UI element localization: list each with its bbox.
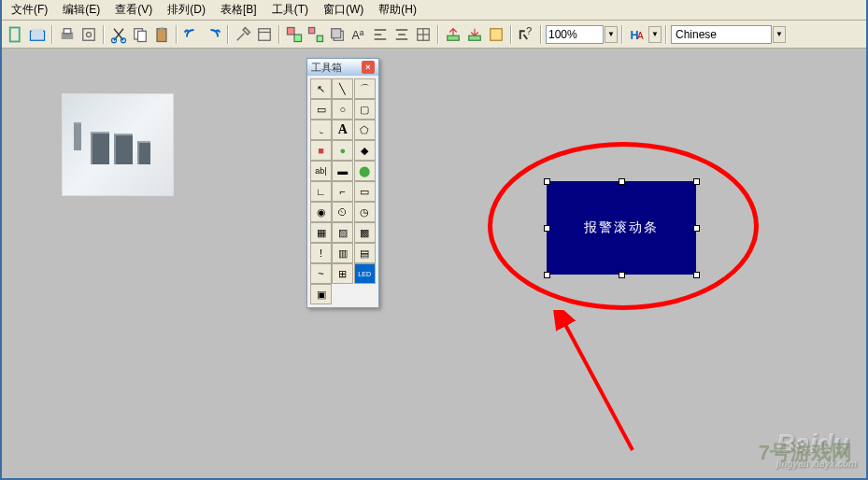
copy-button[interactable] (130, 24, 150, 45)
tool-line[interactable]: ╲ (332, 78, 353, 99)
upload-button[interactable] (443, 24, 463, 45)
svg-rect-15 (288, 27, 295, 35)
tool-angle[interactable]: ∟ (310, 181, 332, 202)
menu-view[interactable]: 查看(V) (107, 0, 160, 20)
tool-ellipse[interactable]: ○ (332, 99, 353, 120)
compile-button[interactable] (486, 24, 506, 45)
help-button[interactable]: ? (516, 24, 536, 45)
zoom-value: 100% (548, 28, 577, 41)
thumbnail-image[interactable] (62, 93, 174, 196)
properties-button[interactable] (254, 24, 275, 45)
tool-edit-text[interactable]: ab| (310, 161, 332, 181)
menu-edit[interactable]: 编辑(E) (55, 0, 107, 20)
selection-handle[interactable] (619, 178, 625, 185)
menu-file[interactable]: 文件(F) (4, 0, 55, 20)
tool-text[interactable]: A (332, 120, 353, 140)
selection-handle[interactable] (619, 272, 625, 278)
label-button[interactable]: Aª (349, 24, 369, 45)
menubar: 文件(F) 编辑(E) 查看(V) 排列(D) 表格[B] 工具(T) 窗口(W… (2, 0, 866, 21)
download-button[interactable] (464, 24, 485, 45)
zoom-input[interactable]: 100% (546, 25, 604, 44)
svg-rect-33 (491, 28, 503, 40)
language-dropdown[interactable]: ▼ (773, 26, 786, 43)
selection-handle[interactable] (544, 225, 550, 232)
open-button[interactable] (27, 24, 48, 45)
tool-pattern[interactable]: ▩ (354, 222, 376, 243)
group-button[interactable] (284, 24, 305, 45)
cut-button[interactable] (108, 24, 129, 45)
tool-chart[interactable]: ▤ (354, 243, 376, 263)
zoom-dropdown[interactable]: ▼ (605, 26, 618, 43)
close-icon[interactable]: × (362, 61, 375, 74)
canvas[interactable]: 工具箱 × ↖╲⌒▭○▢⦦A⬠■●◆ab|▬⬤∟⌐▭◉⏲◷▦▨▩!▥▤~⊞LED… (2, 49, 866, 478)
font-button[interactable]: HA (627, 24, 647, 45)
menu-help[interactable]: 帮助(H) (371, 0, 424, 20)
print-button[interactable] (57, 24, 78, 45)
tool-polygon[interactable]: ⬠ (354, 120, 376, 140)
toolbox-title[interactable]: 工具箱 × (307, 59, 378, 76)
new-button[interactable] (6, 24, 26, 45)
selection-handle[interactable] (544, 178, 550, 185)
tool-pointer[interactable]: ↖ (310, 78, 332, 99)
alarm-scroll-component[interactable]: 报警滚动条 (547, 181, 696, 275)
tool-arc[interactable]: ⌒ (354, 78, 376, 99)
svg-text:?: ? (526, 25, 532, 36)
svg-line-37 (562, 319, 633, 450)
tool-meter[interactable]: ◉ (310, 202, 332, 222)
svg-rect-31 (448, 35, 460, 40)
grid-button[interactable] (413, 24, 434, 45)
paste-button[interactable] (151, 24, 172, 45)
svg-rect-12 (160, 27, 164, 30)
tool-hatch[interactable]: ▨ (332, 222, 353, 243)
watermark-right: 7号游戏网 (759, 439, 852, 467)
tool-curve[interactable]: ⌐ (332, 181, 353, 202)
selection-handle[interactable] (693, 272, 700, 278)
tool-indicator[interactable]: ⬤ (354, 161, 376, 181)
tool-history[interactable]: ⊞ (332, 263, 353, 284)
undo-button[interactable] (181, 24, 202, 45)
tool-filled-shape[interactable]: ◆ (354, 140, 376, 161)
tool-filled-ellipse[interactable]: ● (332, 140, 353, 161)
align-left-button[interactable] (370, 24, 391, 45)
tool-table[interactable]: ▥ (332, 243, 353, 263)
tools-button[interactable] (233, 24, 253, 45)
tool-grid[interactable]: ▦ (310, 222, 332, 243)
preview-button[interactable] (78, 24, 99, 45)
toolbox-panel[interactable]: 工具箱 × ↖╲⌒▭○▢⦦A⬠■●◆ab|▬⬤∟⌐▭◉⏲◷▦▨▩!▥▤~⊞LED… (306, 58, 379, 308)
selection-handle[interactable] (693, 225, 700, 232)
menu-tools[interactable]: 工具(T) (264, 0, 316, 20)
svg-rect-17 (309, 27, 315, 33)
svg-rect-2 (32, 28, 44, 38)
ungroup-button[interactable] (306, 24, 326, 45)
tool-dial[interactable]: ◷ (354, 202, 376, 222)
tool-filled-rect[interactable]: ■ (310, 140, 332, 161)
svg-text:Aª: Aª (352, 29, 364, 42)
menu-window[interactable]: 窗口(W) (316, 0, 371, 20)
tool-trend[interactable]: ~ (310, 263, 332, 284)
tool-color-bar[interactable]: ▬ (332, 161, 353, 181)
align-center-button[interactable] (391, 24, 412, 45)
menu-arrange[interactable]: 排列(D) (160, 0, 213, 20)
tool-button[interactable]: ▭ (354, 181, 376, 202)
tool-polyline[interactable]: ⦦ (310, 120, 332, 140)
font-dropdown[interactable]: ▼ (648, 26, 662, 43)
toolbar: Aª ? 100% ▼ HA ▼ Chinese ▼ (2, 21, 866, 49)
tool-alarm[interactable]: ! (310, 243, 332, 263)
language-select[interactable]: Chinese (671, 25, 772, 44)
tool-led[interactable]: LED (354, 263, 376, 284)
selection-handle[interactable] (693, 178, 700, 185)
svg-text:A: A (637, 31, 644, 41)
front-button[interactable] (327, 24, 348, 45)
svg-rect-18 (317, 35, 322, 41)
tool-image[interactable]: ▣ (310, 284, 332, 304)
tool-clock[interactable]: ⏲ (332, 202, 353, 222)
annotation-arrow (539, 310, 651, 459)
language-value: Chinese (676, 28, 717, 41)
tool-rectangle[interactable]: ▭ (310, 99, 332, 120)
menu-table[interactable]: 表格[B] (213, 0, 264, 20)
tool-rounded-rect[interactable]: ▢ (354, 99, 376, 120)
redo-button[interactable] (203, 24, 223, 45)
selection-handle[interactable] (544, 272, 550, 278)
svg-rect-5 (83, 28, 95, 40)
toolbox-title-text: 工具箱 (311, 61, 342, 75)
